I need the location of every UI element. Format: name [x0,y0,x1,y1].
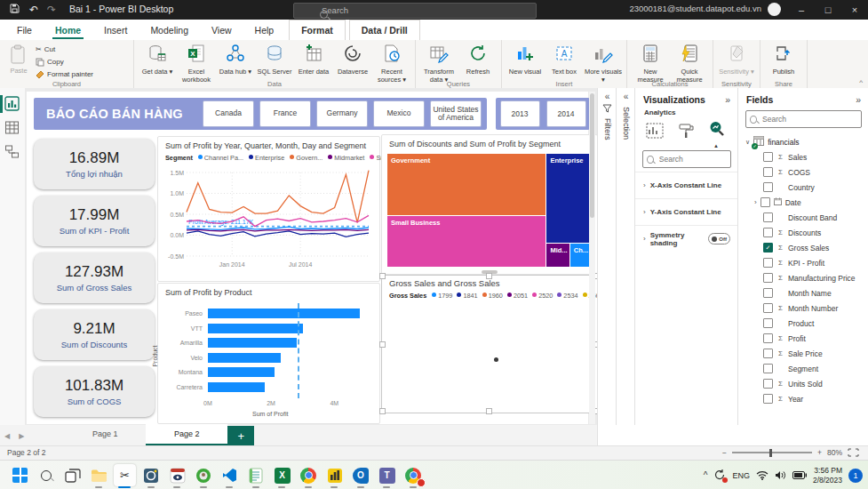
field-checkbox[interactable] [763,333,773,343]
taskbar-teams-icon[interactable]: T [376,464,398,486]
dataverse-button[interactable]: Dataverse [333,42,372,81]
zoom-out-icon[interactable]: − [722,448,727,457]
treemap-cell-small-business[interactable]: Small Business [387,216,545,267]
resize-handle[interactable] [486,408,492,414]
report-view-icon[interactable] [4,96,20,112]
field-item-month-number[interactable]: ΣMonth Number [738,301,868,316]
paste-button[interactable]: Paste [4,42,34,84]
bar-carretera[interactable] [208,382,265,392]
data-hub-button[interactable]: Data hub ▾ [216,42,255,81]
taskbar-start-icon[interactable] [9,464,31,486]
taskbar-photos-icon[interactable] [140,464,163,486]
field-item-product[interactable]: Product [738,316,868,331]
country-button-france[interactable]: France [259,100,311,127]
data-view-icon[interactable] [4,120,20,136]
legend-item-2520[interactable]: 2520 [532,292,553,300]
next-page-icon[interactable]: ▶ [19,432,24,440]
field-checkbox[interactable] [763,228,773,237]
get-data-button[interactable]: Get data ▾ [138,42,177,81]
legend-item-1841[interactable]: 1841 [457,292,477,300]
field-item-sale-price[interactable]: ΣSale Price [738,346,868,361]
refresh-button[interactable]: Refresh [458,42,498,81]
taskbar-file-explorer-icon[interactable] [88,464,110,486]
field-item-discount-band[interactable]: Discount Band [738,210,868,225]
zoom-slider[interactable] [732,452,812,453]
zoom-level[interactable]: 80% [827,448,842,457]
taskbar-power-bi-icon[interactable] [323,464,346,486]
field-item-year[interactable]: ΣYear [738,391,868,406]
field-item-profit[interactable]: ΣProfit [738,331,868,346]
taskbar-task-view-icon[interactable] [61,464,84,486]
field-checkbox[interactable] [763,288,773,298]
line-chart-visual[interactable]: Sum of Profit by Year, Quarter, Month, D… [157,136,380,282]
ribbon-tab-insert[interactable]: Insert [92,20,139,40]
legend-item-govern[interactable]: Govern... [290,154,323,162]
field-item-date[interactable]: ›Date [738,195,868,210]
language-indicator[interactable]: ENG [732,471,750,480]
field-checkbox[interactable]: ✓ [763,243,773,253]
page-tab-page-2[interactable]: Page 2 [146,424,227,445]
field-checkbox[interactable] [763,303,773,313]
canvas-scrollbar[interactable] [589,92,595,424]
close-button[interactable]: × [841,0,868,20]
taskbar-notepad-icon[interactable] [245,464,267,486]
analytics-icon[interactable]: ▲ [708,120,726,141]
new-measure-button[interactable]: New measure [631,42,670,81]
resize-handle[interactable] [486,273,492,279]
taskbar-snipping-tool-icon[interactable]: ✂ [114,464,136,486]
canvas-scrollbar-thumb[interactable] [590,93,594,218]
field-item-discounts[interactable]: ΣDiscounts [738,225,868,240]
new-visual-button[interactable]: New visual [506,42,545,81]
scatter-data-point[interactable] [494,357,498,362]
legend-item-enterprise[interactable]: Enterprise [249,154,284,162]
build-visual-icon[interactable] [646,123,664,139]
country-button-canada[interactable]: Canada [203,100,254,127]
field-item-cogs[interactable]: ΣCOGS [738,164,868,180]
kpi-card-sum-of-cogs[interactable]: 101.83MSum of COGS [34,366,155,417]
ribbon-tab-data-drill[interactable]: Data / Drill [349,20,420,40]
field-item-country[interactable]: Country [738,180,868,195]
taskbar-media-player-icon[interactable] [166,464,188,486]
legend-item-midmarket[interactable]: Midmarket [328,154,364,162]
field-checkbox[interactable] [763,182,773,192]
treemap-visual[interactable]: Sum of Discounts and Sum of Profit by Se… [381,134,598,275]
fit-to-page-icon[interactable] [848,448,859,457]
previous-page-icon[interactable]: ◀ [4,432,10,440]
expand-field-icon[interactable]: › [754,198,757,206]
collapse-table-icon[interactable]: ∨ [745,139,750,146]
legend-item-1799[interactable]: 1799 [432,292,452,300]
quick-measure-button[interactable]: Quick measure [670,42,709,81]
bar-vtt[interactable] [208,324,303,333]
expand-section-icon[interactable]: › [643,208,646,216]
zoom-in-icon[interactable]: + [817,448,822,457]
sensitivity-button[interactable]: Sensitivity ▾ [717,42,756,81]
field-checkbox[interactable] [763,379,773,389]
field-item-sales[interactable]: ΣSales [738,149,868,164]
sync-icon[interactable] [713,469,726,483]
scatter-chart-visual[interactable]: Gross Sales and Gross Sales Gross Sales1… [381,275,598,413]
transform-data-button[interactable]: Transform data ▾ [419,42,458,81]
filters-pane-collapsed[interactable]: « Filters [597,88,617,425]
ribbon-tab-format[interactable]: Format [289,20,346,40]
kpi-card-sum-of-kpi-profit[interactable]: 17.99MSum of KPI - Profit [34,196,155,246]
taskbar-outlook-icon[interactable]: O [350,464,372,486]
report-page[interactable]: BÁO CÁO BÁN HÀNG CanadaFranceGermanyMexi… [27,92,588,424]
fields-table-row[interactable]: ∨ ✓ financials [738,132,868,149]
field-checkbox[interactable] [763,273,773,283]
treemap-cell-enterprise[interactable]: Enterprise [546,154,591,243]
text-box-button[interactable]: AText box [545,42,584,81]
analytics-search[interactable] [642,150,731,168]
taskbar-search-icon[interactable] [36,464,58,486]
expand-section-icon[interactable]: › [643,235,646,243]
field-checkbox[interactable] [763,318,773,328]
field-item-units-sold[interactable]: ΣUnits Sold [738,376,868,391]
kpi-card-sum-of-gross-sales[interactable]: 127.93MSum of Gross Sales [34,253,155,303]
notification-badge[interactable]: 1 [848,469,863,483]
global-search-box[interactable]: Search [293,3,537,19]
battery-icon[interactable] [792,471,807,479]
field-item-gross-sales[interactable]: ✓ΣGross Sales [738,240,868,255]
volume-icon[interactable] [775,470,786,480]
bar-velo[interactable] [208,353,281,363]
taskbar-chrome-icon[interactable] [298,464,320,486]
recent-sources-button[interactable]: Recent sources ▾ [372,42,411,81]
